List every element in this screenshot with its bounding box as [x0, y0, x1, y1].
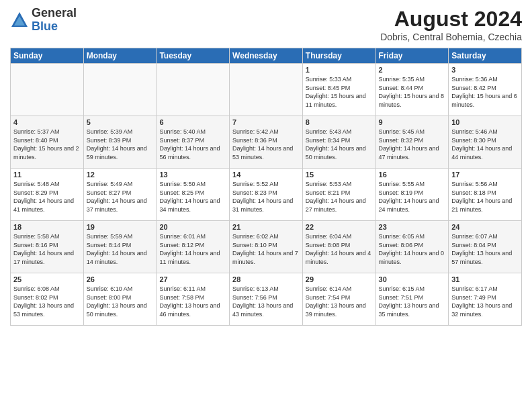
day-number: 27 — [159, 275, 226, 283]
day-info: Sunrise: 5:52 AM Sunset: 8:23 PM Dayligh… — [232, 180, 300, 214]
calendar-cell: 30Sunrise: 6:15 AM Sunset: 7:51 PM Dayli… — [375, 273, 449, 326]
col-thursday: Thursday — [302, 48, 375, 64]
calendar-cell: 9Sunrise: 5:45 AM Sunset: 8:32 PM Daylig… — [375, 116, 449, 169]
day-info: Sunrise: 6:13 AM Sunset: 7:56 PM Dayligh… — [232, 285, 300, 318]
day-number: 14 — [232, 171, 300, 179]
title-block: August 2024 Dobris, Central Bohemia, Cze… — [380, 7, 522, 42]
calendar-cell: 13Sunrise: 5:50 AM Sunset: 8:25 PM Dayli… — [157, 169, 230, 221]
calendar-cell — [83, 64, 157, 116]
calendar-cell: 12Sunrise: 5:49 AM Sunset: 8:27 PM Dayli… — [83, 169, 157, 221]
logo-blue: Blue — [32, 20, 77, 34]
day-info: Sunrise: 5:33 AM Sunset: 8:45 PM Dayligh… — [306, 75, 373, 109]
calendar-cell: 25Sunrise: 6:08 AM Sunset: 8:02 PM Dayli… — [11, 273, 84, 326]
calendar-cell: 15Sunrise: 5:53 AM Sunset: 8:21 PM Dayli… — [302, 169, 375, 221]
calendar-cell: 21Sunrise: 6:02 AM Sunset: 8:10 PM Dayli… — [230, 221, 303, 273]
calendar-cell: 23Sunrise: 6:05 AM Sunset: 8:06 PM Dayli… — [375, 221, 449, 273]
calendar-cell: 17Sunrise: 5:56 AM Sunset: 8:18 PM Dayli… — [449, 169, 522, 221]
day-info: Sunrise: 6:02 AM Sunset: 8:10 PM Dayligh… — [232, 232, 300, 266]
day-number: 29 — [306, 275, 373, 283]
day-number: 18 — [13, 223, 81, 231]
calendar-cell: 26Sunrise: 6:10 AM Sunset: 8:00 PM Dayli… — [83, 273, 157, 326]
day-number: 26 — [87, 275, 154, 283]
day-number: 2 — [379, 66, 446, 74]
calendar-cell: 11Sunrise: 5:48 AM Sunset: 8:29 PM Dayli… — [11, 169, 84, 221]
day-info: Sunrise: 6:11 AM Sunset: 7:58 PM Dayligh… — [159, 285, 226, 318]
week-row-3: 18Sunrise: 5:58 AM Sunset: 8:16 PM Dayli… — [11, 221, 522, 273]
day-info: Sunrise: 5:42 AM Sunset: 8:36 PM Dayligh… — [232, 128, 300, 161]
calendar-cell: 31Sunrise: 6:17 AM Sunset: 7:49 PM Dayli… — [449, 273, 522, 326]
calendar-cell: 6Sunrise: 5:40 AM Sunset: 8:37 PM Daylig… — [157, 116, 230, 169]
day-info: Sunrise: 6:01 AM Sunset: 8:12 PM Dayligh… — [159, 232, 226, 266]
calendar: Sunday Monday Tuesday Wednesday Thursday… — [10, 48, 522, 326]
day-number: 13 — [159, 171, 226, 179]
day-number: 23 — [379, 223, 446, 231]
day-number: 10 — [451, 118, 519, 126]
day-info: Sunrise: 5:55 AM Sunset: 8:19 PM Dayligh… — [379, 180, 446, 214]
calendar-cell: 14Sunrise: 5:52 AM Sunset: 8:23 PM Dayli… — [230, 169, 303, 221]
logo-icon — [10, 11, 29, 30]
day-number: 4 — [13, 118, 81, 126]
month-title: August 2024 — [380, 7, 522, 32]
day-number: 28 — [232, 275, 300, 283]
calendar-cell: 22Sunrise: 6:04 AM Sunset: 8:08 PM Dayli… — [302, 221, 375, 273]
day-number: 11 — [13, 171, 81, 179]
day-number: 20 — [159, 223, 226, 231]
col-monday: Monday — [83, 48, 157, 64]
day-number: 9 — [379, 118, 446, 126]
logo-text: General Blue — [32, 7, 77, 34]
day-number: 31 — [451, 275, 519, 283]
day-number: 8 — [306, 118, 373, 126]
day-info: Sunrise: 5:39 AM Sunset: 8:39 PM Dayligh… — [87, 128, 154, 161]
day-info: Sunrise: 5:43 AM Sunset: 8:34 PM Dayligh… — [306, 128, 373, 161]
calendar-body: 1Sunrise: 5:33 AM Sunset: 8:45 PM Daylig… — [11, 64, 522, 326]
day-number: 22 — [306, 223, 373, 231]
calendar-cell: 18Sunrise: 5:58 AM Sunset: 8:16 PM Dayli… — [11, 221, 84, 273]
day-number: 5 — [87, 118, 154, 126]
day-info: Sunrise: 5:58 AM Sunset: 8:16 PM Dayligh… — [13, 232, 81, 266]
day-info: Sunrise: 5:36 AM Sunset: 8:42 PM Dayligh… — [451, 75, 519, 109]
day-number: 12 — [87, 171, 154, 179]
day-number: 21 — [232, 223, 300, 231]
day-number: 24 — [451, 223, 519, 231]
day-info: Sunrise: 6:04 AM Sunset: 8:08 PM Dayligh… — [306, 232, 373, 266]
col-wednesday: Wednesday — [230, 48, 303, 64]
day-info: Sunrise: 6:07 AM Sunset: 8:04 PM Dayligh… — [451, 232, 519, 266]
calendar-cell: 2Sunrise: 5:35 AM Sunset: 8:44 PM Daylig… — [375, 64, 449, 116]
page: General Blue August 2024 Dobris, Central… — [0, 0, 532, 411]
logo: General Blue — [10, 7, 77, 34]
calendar-cell: 10Sunrise: 5:46 AM Sunset: 8:30 PM Dayli… — [449, 116, 522, 169]
day-number: 30 — [379, 275, 446, 283]
week-row-1: 4Sunrise: 5:37 AM Sunset: 8:40 PM Daylig… — [11, 116, 522, 169]
day-info: Sunrise: 5:48 AM Sunset: 8:29 PM Dayligh… — [13, 180, 81, 214]
day-info: Sunrise: 6:08 AM Sunset: 8:02 PM Dayligh… — [13, 285, 81, 318]
calendar-header: Sunday Monday Tuesday Wednesday Thursday… — [11, 48, 522, 64]
calendar-cell — [157, 64, 230, 116]
day-number: 7 — [232, 118, 300, 126]
calendar-cell — [230, 64, 303, 116]
calendar-cell: 24Sunrise: 6:07 AM Sunset: 8:04 PM Dayli… — [449, 221, 522, 273]
day-info: Sunrise: 6:17 AM Sunset: 7:49 PM Dayligh… — [451, 285, 519, 318]
calendar-cell: 20Sunrise: 6:01 AM Sunset: 8:12 PM Dayli… — [157, 221, 230, 273]
location: Dobris, Central Bohemia, Czechia — [380, 32, 522, 42]
calendar-cell: 19Sunrise: 5:59 AM Sunset: 8:14 PM Dayli… — [83, 221, 157, 273]
day-info: Sunrise: 5:45 AM Sunset: 8:32 PM Dayligh… — [379, 128, 446, 161]
calendar-cell: 5Sunrise: 5:39 AM Sunset: 8:39 PM Daylig… — [83, 116, 157, 169]
calendar-cell: 29Sunrise: 6:14 AM Sunset: 7:54 PM Dayli… — [302, 273, 375, 326]
col-friday: Friday — [375, 48, 449, 64]
week-row-0: 1Sunrise: 5:33 AM Sunset: 8:45 PM Daylig… — [11, 64, 522, 116]
logo-general: General — [32, 7, 77, 20]
day-number: 25 — [13, 275, 81, 283]
day-info: Sunrise: 5:56 AM Sunset: 8:18 PM Dayligh… — [451, 180, 519, 214]
header: General Blue August 2024 Dobris, Central… — [10, 7, 522, 42]
day-number: 3 — [451, 66, 519, 74]
calendar-cell: 7Sunrise: 5:42 AM Sunset: 8:36 PM Daylig… — [230, 116, 303, 169]
day-number: 1 — [306, 66, 373, 74]
week-row-2: 11Sunrise: 5:48 AM Sunset: 8:29 PM Dayli… — [11, 169, 522, 221]
day-info: Sunrise: 5:40 AM Sunset: 8:37 PM Dayligh… — [159, 128, 226, 161]
calendar-cell: 3Sunrise: 5:36 AM Sunset: 8:42 PM Daylig… — [449, 64, 522, 116]
header-row: Sunday Monday Tuesday Wednesday Thursday… — [11, 48, 522, 64]
calendar-cell: 1Sunrise: 5:33 AM Sunset: 8:45 PM Daylig… — [302, 64, 375, 116]
day-number: 19 — [87, 223, 154, 231]
calendar-cell: 28Sunrise: 6:13 AM Sunset: 7:56 PM Dayli… — [230, 273, 303, 326]
day-info: Sunrise: 6:05 AM Sunset: 8:06 PM Dayligh… — [379, 232, 446, 266]
